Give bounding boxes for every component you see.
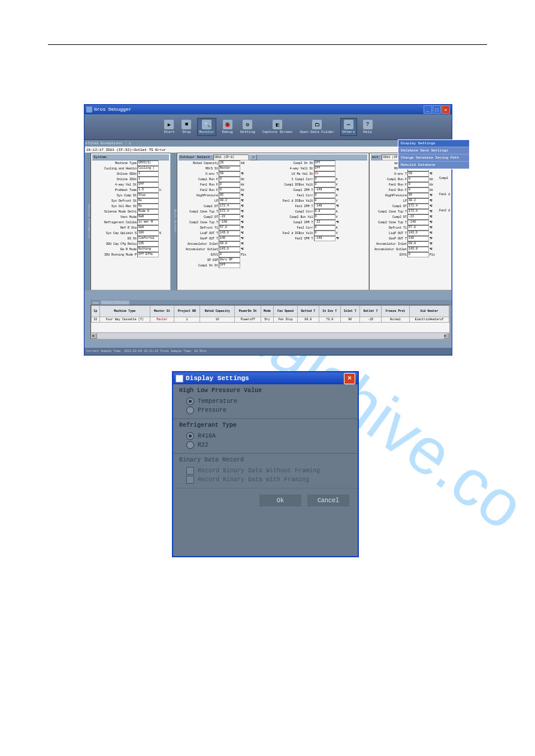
- setting-button[interactable]: ⚙Setting: [239, 119, 256, 135]
- cancel-button[interactable]: Cancel: [307, 494, 349, 506]
- field-value[interactable]: -148: [407, 220, 429, 225]
- dialog-titlebar[interactable]: Display Settings ×: [173, 372, 358, 384]
- col-header[interactable]: Rated Capacity: [200, 306, 235, 317]
- col-header[interactable]: Aid Heater: [410, 306, 449, 317]
- col-header[interactable]: Machine Type: [99, 306, 150, 317]
- idu-table[interactable]: IpMachine TypeMaster StProject NORated C…: [90, 305, 450, 339]
- exceptions-bar[interactable]: ▸ Total Exceptions : 1: [84, 140, 452, 146]
- field-value[interactable]: -148: [314, 236, 335, 241]
- field-value[interactable]: 0: [314, 230, 335, 236]
- col-header[interactable]: Outlet T: [359, 306, 381, 317]
- menu-item[interactable]: Display Settings: [398, 140, 469, 147]
- open-button[interactable]: 🗀Open Data Folder: [298, 119, 335, 135]
- radio-pressure-opt[interactable]: Pressure: [186, 406, 352, 414]
- close-button[interactable]: ×: [442, 105, 450, 114]
- field-value[interactable]: 0: [407, 252, 429, 257]
- field-value[interactable]: 143.6: [219, 247, 240, 252]
- field-value[interactable]: Nothing: [137, 247, 159, 252]
- field-value[interactable]: 172.4: [219, 204, 240, 209]
- field-value[interactable]: -148: [314, 204, 335, 209]
- field-value[interactable]: 0: [314, 198, 335, 204]
- field-value[interactable]: 143.6: [219, 230, 240, 236]
- debug-button[interactable]: 🐞Debug: [221, 119, 234, 135]
- field-value[interactable]: 57.6: [407, 225, 429, 230]
- field-value[interactable]: 48.2: [407, 198, 429, 204]
- field-value[interactable]: Off: [219, 263, 240, 268]
- radio-temperature[interactable]: Temperature: [186, 397, 352, 405]
- scrollbar-h[interactable]: ◂▸: [91, 332, 449, 339]
- col-header[interactable]: Master St: [150, 306, 174, 317]
- table-row[interactable]: 32Four Way Cassette (T)Master116Poweroff…: [92, 317, 449, 323]
- field-value[interactable]: -22: [407, 214, 429, 220]
- minimize-button[interactable]: _: [424, 105, 432, 114]
- col-header[interactable]: Project NO: [174, 306, 200, 317]
- field-value[interactable]: 48.2: [219, 198, 240, 204]
- field-value[interactable]: No: [137, 204, 159, 209]
- col-header[interactable]: Freeze Prot: [381, 306, 409, 317]
- stop-button[interactable]: ■Stop: [180, 119, 192, 135]
- field-value[interactable]: 95: [407, 193, 429, 198]
- field-value[interactable]: 0: [219, 252, 240, 257]
- radio-r22[interactable]: R22: [186, 441, 352, 449]
- field-value[interactable]: 95: [219, 193, 240, 198]
- col-header[interactable]: Fan Speed: [274, 306, 298, 317]
- outdoor-select[interactable]: ODU1 (IP:8): [213, 154, 249, 160]
- field-value[interactable]: 1: [137, 171, 159, 177]
- field-value[interactable]: -22: [314, 220, 335, 225]
- dialog-close-button[interactable]: ×: [344, 373, 355, 384]
- field-value[interactable]: Off: [137, 182, 159, 187]
- maximize-button[interactable]: □: [433, 105, 441, 114]
- col-header[interactable]: Setted T: [297, 306, 319, 317]
- field-value[interactable]: NaN: [137, 225, 159, 230]
- field-value[interactable]: 140: [219, 236, 240, 241]
- field-value[interactable]: -22: [219, 214, 240, 220]
- field-value[interactable]: 143.8: [407, 247, 429, 252]
- field-value[interactable]: Zero SP: [219, 257, 240, 263]
- field-value[interactable]: 0: [314, 182, 335, 187]
- field-value[interactable]: 0: [314, 177, 335, 182]
- field-value[interactable]: Off Effe: [137, 252, 159, 257]
- field-value[interactable]: 0: [314, 214, 335, 220]
- field-value[interactable]: 172.4: [219, 209, 240, 214]
- field-value[interactable]: 172.4: [407, 209, 429, 214]
- field-value[interactable]: Stop: [137, 193, 159, 198]
- field-value[interactable]: 143.6: [407, 230, 429, 236]
- capture-button[interactable]: ◧Capture Screen: [261, 119, 294, 135]
- field-value[interactable]: 1.5: [137, 187, 159, 193]
- field-value[interactable]: 0: [314, 193, 335, 198]
- menu-item[interactable]: Database Save Settings: [398, 147, 469, 154]
- col-header[interactable]: Inlet T: [340, 306, 359, 317]
- field-value[interactable]: Mode 0: [137, 209, 159, 214]
- outdoor-select-button[interactable]: ▾: [250, 154, 257, 160]
- field-value[interactable]: 69.8: [407, 241, 429, 247]
- field-value[interactable]: 57.6: [219, 225, 240, 230]
- field-value[interactable]: 1: [137, 177, 159, 182]
- field-value[interactable]: 0: [219, 177, 240, 182]
- others-button[interactable]: ⋯Others: [340, 118, 357, 136]
- field-value[interactable]: 59: [407, 171, 429, 177]
- menu-item[interactable]: Rebuild Database: [398, 162, 469, 169]
- field-value[interactable]: GMV5(S): [137, 160, 159, 166]
- titlebar[interactable]: Gros Debugger _ □ ×: [84, 105, 452, 114]
- field-value[interactable]: 0: [219, 182, 240, 187]
- field-value[interactable]: 28: [219, 160, 240, 166]
- menu-item[interactable]: Change Database Saving Path: [398, 154, 469, 162]
- field-value[interactable]: 59: [219, 171, 240, 177]
- field-value[interactable]: 0: [219, 187, 240, 193]
- col-header[interactable]: Mode: [261, 306, 273, 317]
- field-value[interactable]: 0: [407, 187, 429, 193]
- field-value[interactable]: Master: [219, 166, 240, 171]
- field-value[interactable]: Cooling (: [137, 166, 159, 171]
- devices-info-sidebar[interactable]: Devices Information: [84, 153, 90, 290]
- field-value[interactable]: 69.8: [219, 241, 240, 247]
- col-header[interactable]: PowerOn St: [235, 306, 261, 317]
- field-value[interactable]: in mer M: [137, 220, 159, 225]
- field-value[interactable]: 8.8: [314, 209, 335, 214]
- field-value[interactable]: Comfortal: [137, 236, 159, 241]
- field-value[interactable]: 0: [407, 177, 429, 182]
- start-button[interactable]: ▶Start: [162, 119, 176, 135]
- field-value[interactable]: NaN: [137, 214, 159, 220]
- field-value[interactable]: -148: [314, 187, 335, 193]
- col-header[interactable]: In Env T: [319, 306, 340, 317]
- ok-button[interactable]: Ok: [259, 494, 301, 506]
